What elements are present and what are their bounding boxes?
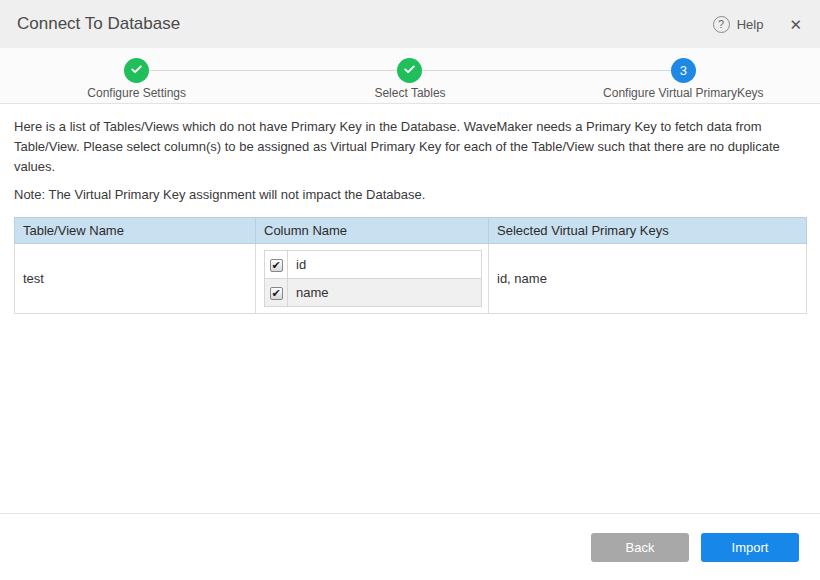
column-checkbox-list: ✔ id ✔ name <box>264 250 482 307</box>
column-name-cell: ✔ id ✔ name <box>256 244 489 314</box>
check-icon <box>403 63 416 79</box>
close-icon[interactable]: ✕ <box>789 17 802 32</box>
checkbox-cell: ✔ <box>265 279 288 307</box>
table-row: test ✔ id ✔ <box>15 244 807 314</box>
column-label: id <box>288 251 482 279</box>
header-selected-virtual-primary-keys: Selected Virtual Primary Keys <box>489 218 807 244</box>
step2-label: Select Tables <box>273 86 546 100</box>
main-content: Here is a list of Tables/Views which do … <box>0 104 820 314</box>
dialog-titlebar: Connect To Database ? Help ✕ <box>0 0 820 48</box>
header-column-name: Column Name <box>256 218 489 244</box>
column-row-id: ✔ id <box>265 251 482 279</box>
step3-label: Configure Virtual PrimaryKeys <box>547 86 820 100</box>
column-row-name: ✔ name <box>265 279 482 307</box>
help-button[interactable]: ? Help <box>713 16 764 33</box>
checkbox-id[interactable]: ✔ <box>270 259 283 272</box>
table-header-row: Table/View Name Column Name Selected Vir… <box>15 218 807 244</box>
step2-circle[interactable] <box>397 58 422 83</box>
step1-circle[interactable] <box>124 58 149 83</box>
help-icon[interactable]: ? <box>713 16 730 33</box>
checkbox-name[interactable]: ✔ <box>270 287 283 300</box>
step3-circle[interactable]: 3 <box>671 58 696 83</box>
help-label[interactable]: Help <box>737 17 764 32</box>
header-table-view-name: Table/View Name <box>15 218 256 244</box>
dialog-footer: Back Import <box>0 513 820 580</box>
step-configure-virtual-primarykeys[interactable]: 3 Configure Virtual PrimaryKeys <box>547 48 820 103</box>
selected-keys-cell: id, name <box>489 244 807 314</box>
primary-keys-table: Table/View Name Column Name Selected Vir… <box>14 217 807 314</box>
table-view-name-cell: test <box>15 244 256 314</box>
note-text: Note: The Virtual Primary Key assignment… <box>14 187 806 202</box>
wizard-steps: Configure Settings Select Tables 3 Confi… <box>0 48 820 104</box>
checkbox-cell: ✔ <box>265 251 288 279</box>
import-button[interactable]: Import <box>701 533 799 562</box>
check-icon <box>130 63 143 79</box>
step-configure-settings[interactable]: Configure Settings <box>0 48 273 103</box>
step1-label: Configure Settings <box>0 86 273 100</box>
column-label: name <box>288 279 482 307</box>
step-select-tables[interactable]: Select Tables <box>273 48 546 103</box>
page-title: Connect To Database <box>17 14 713 34</box>
description-text: Here is a list of Tables/Views which do … <box>14 117 806 177</box>
back-button[interactable]: Back <box>591 533 689 562</box>
